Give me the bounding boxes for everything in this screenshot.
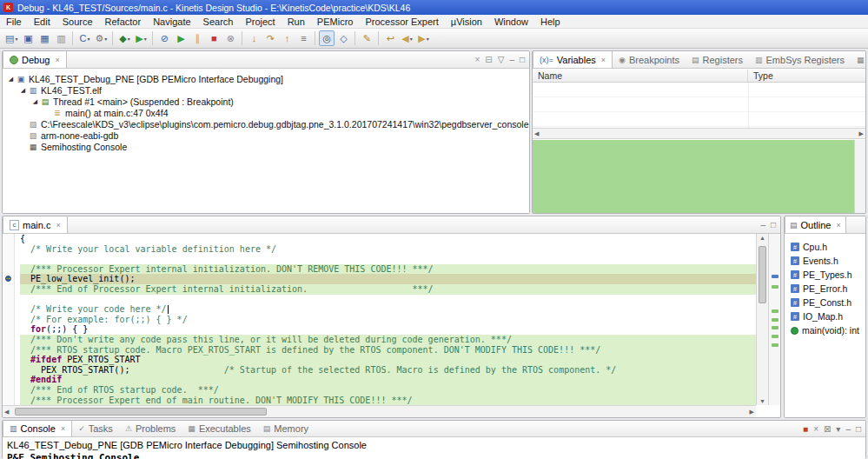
debug-tree-item[interactable]: ▧arm-none-eabi-gdb [3,130,529,141]
debug-tree-item[interactable]: ◢▤Thread #1 <main> (Suspended : Breakpoi… [3,96,529,107]
annotation-mark[interactable] [772,318,779,322]
tab-registers[interactable]: ▤Registers [686,51,749,68]
outline-item[interactable]: #PE_Error.h [785,282,865,296]
editor-text-area[interactable]: { /* Write your local variable definitio… [15,234,756,405]
console-menu-icon[interactable]: ▾ [836,424,840,434]
remove-launch-icon[interactable]: × [813,424,818,434]
open-element-icon[interactable]: ◇ [335,30,351,46]
outline-item[interactable]: #PE_Const.h [785,296,865,309]
tab-console[interactable]: ▥Console× [3,421,72,436]
code-line[interactable]: #endif [20,375,756,385]
ruler-line[interactable] [3,335,14,345]
ruler-line[interactable] [3,324,14,335]
minimize-icon[interactable]: – [760,220,765,230]
code-line[interactable]: PEX_RTOS_START(); /* Startup of the sele… [20,365,756,376]
tab-main-c[interactable]: c main.c × [3,216,68,233]
table-row[interactable] [533,97,865,112]
tab-breakpoints[interactable]: ◉Breakpoints [613,51,686,68]
hscroll-thumb[interactable] [15,408,267,416]
outline-item[interactable]: #PE_Types.h [785,268,865,282]
menu-edit[interactable]: Edit [28,16,56,28]
menu-source[interactable]: Source [56,16,99,28]
code-line[interactable]: /*** RTOS startup code. Macro PEX_RTOS_S… [20,345,756,356]
ruler-line[interactable] [3,284,14,295]
annotation-mark[interactable] [772,343,779,347]
tab-debug[interactable]: Debug × [3,51,67,68]
menu-help[interactable]: Help [534,16,567,28]
tab-problems[interactable]: ⚠Problems [119,421,182,436]
console-output-area[interactable]: KL46_TEST_Debug_PNE [GDB PEMicro Interfa… [3,437,865,459]
vscroll-thumb[interactable] [759,246,766,303]
ruler-line[interactable]: → [3,274,14,284]
minimize-icon[interactable]: – [509,55,514,64]
scroll-up-icon[interactable]: ▲ [757,235,768,241]
maximize-icon[interactable]: □ [771,220,776,230]
suspend-icon[interactable]: ∥ [189,30,205,46]
close-icon[interactable]: × [601,56,606,64]
save-icon[interactable]: ▣ [20,30,36,46]
outline-item[interactable]: #Events.h [785,254,865,268]
ruler-line[interactable] [3,234,14,244]
scroll-left-icon[interactable]: ◀ [534,130,539,137]
menu-refactor[interactable]: Refactor [99,16,148,28]
debug-tree-item[interactable]: ◢▥KL46_TEST.elf [3,84,529,96]
code-line[interactable]: /* For example: for(;;) { } */ [20,315,756,325]
outline-item[interactable]: #IO_Map.h [785,309,865,323]
tab-memory[interactable]: ▤Memory [257,421,315,436]
tree-expander-icon[interactable]: ◢ [30,98,40,105]
outline-item[interactable]: #Cpu.h [785,240,865,254]
instruction-stepping-icon[interactable]: ≡ [295,30,311,46]
code-line[interactable]: PE_low_level_init(); [20,274,756,284]
menu-processor-expert[interactable]: Processor Expert [359,16,444,28]
code-line[interactable]: /*** Don't write any code pass this line… [20,335,756,345]
annotation-mark[interactable] [772,335,779,338]
variables-hscrollbar[interactable]: ◀ ▶ [533,128,865,139]
build-icon[interactable]: ⚙▾ [93,30,109,46]
disconnect-icon[interactable]: ⊗ [222,30,238,46]
forward-icon[interactable]: ▶▾ [415,30,431,46]
maximize-icon[interactable]: □ [856,424,861,434]
scroll-right-icon[interactable]: ▶ [750,409,754,416]
new-icon[interactable]: ▤▾ [3,30,19,46]
menu-pemicro[interactable]: PEMicro [311,16,360,28]
debug-tree-item[interactable]: ≣main() at main.c:47 0x4f4 [3,107,529,118]
code-line[interactable]: /* Write your local variable definition … [20,244,756,255]
resume-icon[interactable]: ▶ [173,30,189,46]
annotation-mark[interactable] [772,285,779,289]
editor-vscrollbar[interactable]: ▲ ▼ [756,234,768,405]
menu-project[interactable]: Project [239,16,281,28]
debug-icon[interactable]: ◆▾ [116,30,132,46]
code-line[interactable]: #ifdef PEX_RTOS_START [20,355,756,365]
editor-marker-ruler[interactable]: → [3,234,15,405]
variables-vscrollbar[interactable] [854,140,865,213]
search-icon[interactable]: ◎ [319,30,335,46]
table-row[interactable] [533,83,865,97]
skip-all-breakpoints-icon[interactable]: ⊘ [156,30,172,46]
ruler-line[interactable] [3,315,14,325]
menu-search[interactable]: Search [197,16,240,28]
annotation-mark[interactable] [772,275,779,278]
code-line[interactable]: /*** End of Processor Expert internal in… [20,284,756,295]
code-line[interactable] [20,254,756,264]
editor-hscrollbar[interactable]: ◀ ▶ [3,405,756,417]
menu-window[interactable]: Window [488,16,534,28]
code-line[interactable]: /*** Processor Expert internal initializ… [20,264,756,275]
step-into-icon[interactable]: ↓ [246,30,262,46]
close-icon[interactable]: × [836,221,840,230]
ruler-line[interactable] [3,375,14,385]
close-icon[interactable]: × [61,424,65,433]
tree-expander-icon[interactable]: ◢ [18,87,28,94]
remove-all-terminated-icon[interactable]: × [474,55,480,64]
close-icon[interactable]: × [55,56,59,64]
last-edit-location-icon[interactable]: ↩ [382,30,398,46]
ruler-line[interactable] [3,365,14,376]
ruler-line[interactable] [3,345,14,356]
tab-variables[interactable]: (x)=Variables× [533,51,613,68]
annotation-mark[interactable] [772,309,779,313]
code-line[interactable] [20,295,756,305]
annotation-mark[interactable] [772,326,779,329]
back-icon[interactable]: ◀▾ [399,30,414,46]
scroll-right-icon[interactable]: ▶ [859,130,864,137]
ruler-line[interactable] [3,385,14,396]
tab-peripherals[interactable]: ▦Peripherals [851,51,865,68]
